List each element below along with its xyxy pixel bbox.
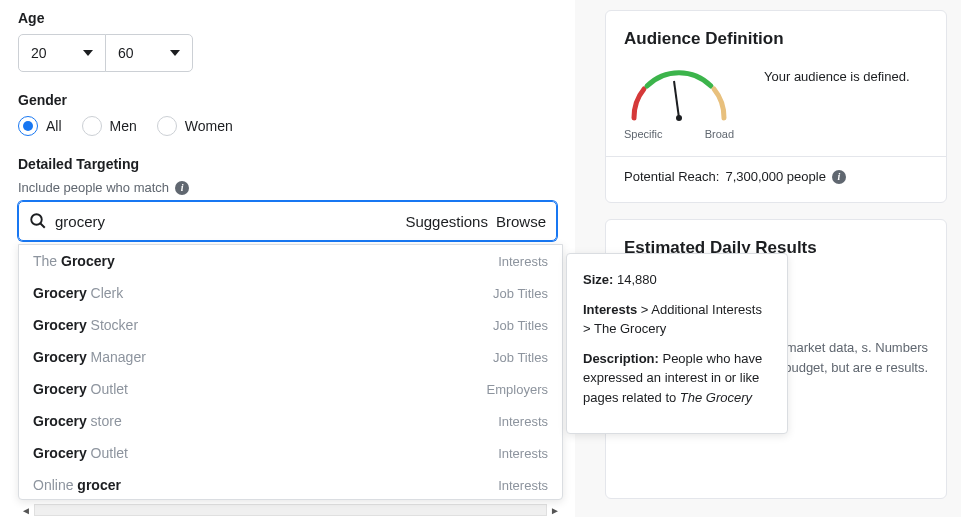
targeting-search-wrap[interactable]: Suggestions Browse [18,201,557,241]
svg-point-0 [31,214,42,225]
gender-option-all[interactable]: All [18,116,62,136]
gender-option-label: Women [185,118,233,134]
audience-gauge [624,63,734,128]
dropdown-item-name: Online grocer [33,477,121,493]
caret-down-icon [83,50,93,56]
horizontal-scrollbar[interactable]: ◄ ► [18,503,563,517]
age-label: Age [18,10,557,26]
dropdown-item[interactable]: Grocery ManagerJob Titles [19,341,562,373]
dropdown-item-category: Interests [498,446,548,461]
age-max-select[interactable]: 60 [105,34,193,72]
gender-option-men[interactable]: Men [82,116,137,136]
age-max-value: 60 [118,45,134,61]
radio-icon [18,116,38,136]
dropdown-item[interactable]: Online grocerInterests [19,469,562,499]
reach-value: 7,300,000 people [725,169,825,184]
gender-option-label: Men [110,118,137,134]
svg-line-2 [674,81,679,118]
age-min-select[interactable]: 20 [18,34,106,72]
dropdown-item[interactable]: Grocery storeInterests [19,405,562,437]
gender-label: Gender [18,92,557,108]
targeting-sublabel: Include people who match [18,180,169,195]
audience-status: Your audience is defined. [764,69,910,84]
path-sep: > [583,321,594,336]
dropdown-item-category: Employers [487,382,548,397]
age-min-value: 20 [31,45,47,61]
caret-down-icon [170,50,180,56]
scroll-right-icon[interactable]: ► [547,503,563,517]
dropdown-item-category: Interests [498,254,548,269]
scroll-left-icon[interactable]: ◄ [18,503,34,517]
dropdown-item[interactable]: Grocery ClerkJob Titles [19,277,562,309]
dropdown-item-category: Interests [498,478,548,493]
dropdown-item-name: Grocery store [33,413,122,429]
dropdown-item[interactable]: Grocery OutletEmployers [19,373,562,405]
reach-label: Potential Reach: [624,169,719,184]
scroll-track[interactable] [34,504,547,516]
path-leaf: The Grocery [594,321,666,336]
audience-definition-card: Audience Definition Specific [605,10,947,203]
gauge-broad-label: Broad [705,128,734,140]
size-label: Size: [583,272,613,287]
desc-label: Description: [583,351,659,366]
info-icon[interactable]: i [175,181,189,195]
radio-icon [82,116,102,136]
dropdown-item-name: Grocery Outlet [33,381,128,397]
size-value: 14,880 [617,272,657,287]
targeting-info-panel: Size: 14,880 Interests > Additional Inte… [566,253,788,434]
radio-icon [157,116,177,136]
suggestions-link[interactable]: Suggestions [405,213,488,230]
targeting-dropdown: The GroceryInterestsGrocery ClerkJob Tit… [18,244,563,500]
divider [606,156,946,157]
dropdown-item-category: Job Titles [493,286,548,301]
dropdown-item-name: Grocery Outlet [33,445,128,461]
desc-italic: The Grocery [680,390,752,405]
dropdown-item-name: The Grocery [33,253,115,269]
path-root: Interests [583,302,637,317]
dropdown-item[interactable]: The GroceryInterests [19,245,562,277]
dropdown-item-name: Grocery Manager [33,349,146,365]
audience-title: Audience Definition [624,29,928,49]
path-mid: Additional Interests [651,302,762,317]
svg-line-1 [40,223,45,228]
path-sep: > [637,302,651,317]
dropdown-item-category: Job Titles [493,350,548,365]
dropdown-item-name: Grocery Clerk [33,285,123,301]
dropdown-item-category: Job Titles [493,318,548,333]
dropdown-item[interactable]: Grocery StockerJob Titles [19,309,562,341]
browse-link[interactable]: Browse [496,213,546,230]
svg-point-3 [676,115,682,121]
dropdown-item[interactable]: Grocery OutletInterests [19,437,562,469]
search-icon [29,212,47,230]
targeting-search-input[interactable] [55,213,397,230]
info-icon[interactable]: i [832,170,846,184]
gender-option-label: All [46,118,62,134]
dropdown-item-category: Interests [498,414,548,429]
targeting-label: Detailed Targeting [18,156,557,172]
dropdown-item-name: Grocery Stocker [33,317,138,333]
gender-option-women[interactable]: Women [157,116,233,136]
gauge-specific-label: Specific [624,128,663,140]
